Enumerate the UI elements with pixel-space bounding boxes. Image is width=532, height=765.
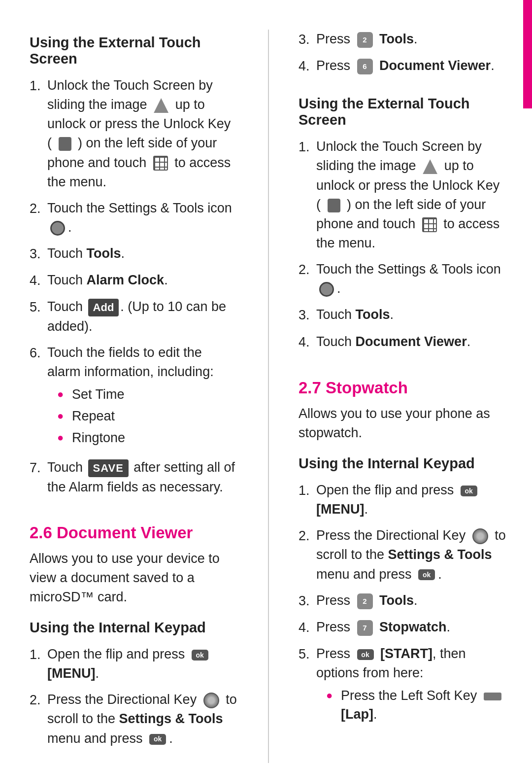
- doc-viewer-label: Document Viewer: [379, 58, 491, 73]
- tools-label3: Tools: [356, 307, 390, 322]
- doc-viewer-title: 2.6 Document Viewer: [30, 523, 238, 542]
- settings-icon2: [318, 282, 335, 297]
- list-content: Touch Document Viewer.: [316, 332, 507, 351]
- list-item: Repeat: [57, 407, 238, 426]
- list-item: 4. Touch Alarm Clock.: [30, 271, 238, 290]
- list-item: 4. Press 6 Document Viewer.: [299, 56, 507, 76]
- list-item: Ringtone: [57, 429, 238, 448]
- list-content: Touch the Settings & Tools icon .: [47, 199, 238, 237]
- left-internal-keypad-list: 1. Open the flip and press ok [MENU]. 2.…: [30, 645, 238, 755]
- list-item: 3. Touch Tools.: [30, 244, 238, 264]
- list-num: 3.: [299, 305, 316, 325]
- right-internal-keypad-heading: Using the Internal Keypad: [299, 455, 507, 472]
- settings-tools-label2: Settings & Tools: [388, 547, 492, 562]
- menu-grid-icon2: [421, 217, 438, 232]
- list-item: 1. Open the flip and press ok [MENU].: [299, 481, 507, 519]
- menu-grid-icon: [152, 156, 169, 171]
- stopwatch-title: 2.7 Stopwatch: [299, 379, 507, 397]
- tools-label2: Tools: [379, 32, 414, 46]
- list-num: 2.: [30, 690, 47, 710]
- list-item: 3. Press 2 Tools.: [299, 30, 507, 49]
- list-content: Touch Alarm Clock.: [47, 271, 238, 290]
- accent-bar: [523, 0, 532, 108]
- list-content: Touch the fields to edit the alarm infor…: [47, 343, 238, 452]
- ok-icon5: ok: [356, 649, 375, 660]
- start-label: [START]: [380, 646, 432, 661]
- list-item: 4. Touch Document Viewer.: [299, 332, 507, 352]
- list-num: 2.: [299, 260, 316, 279]
- right-internal-keypad-list: 1. Open the flip and press ok [MENU]. 2.…: [299, 481, 507, 735]
- list-item: 3. Press 2 Tools.: [299, 591, 507, 611]
- list-num: 4.: [30, 271, 47, 290]
- list-content: Press the Directional Key to scroll to t…: [316, 526, 507, 584]
- list-item: 2. Touch the Settings & Tools icon .: [299, 260, 507, 298]
- list-item: 4. Press 7 Stopwatch.: [299, 618, 507, 637]
- list-content: Touch Tools.: [47, 244, 238, 263]
- list-item: Set Time: [57, 385, 238, 404]
- lap-label: [Lap]: [341, 707, 373, 722]
- tools-label: Tools: [87, 246, 121, 261]
- content-area: Using the External Touch Screen 1. Unloc…: [0, 0, 532, 765]
- list-item: 6. Touch the fields to edit the alarm in…: [30, 343, 238, 452]
- right-ext-touch-list: 1. Unlock the Touch Screen by sliding th…: [299, 137, 507, 358]
- menu-label2: [MENU]: [316, 502, 364, 517]
- page-container: Using the External Touch Screen 1. Unloc…: [0, 0, 532, 765]
- ok-icon2: ok: [148, 734, 167, 745]
- list-content: Press 6 Document Viewer.: [316, 56, 507, 75]
- list-num: 5.: [299, 644, 316, 664]
- left-section1-heading: Using the External Touch Screen: [30, 35, 238, 67]
- list-item: 5. Touch Add. (Up to 10 can be added).: [30, 297, 238, 336]
- ok-icon3: ok: [459, 486, 479, 496]
- stopwatch-label: Stopwatch: [379, 620, 447, 634]
- right-top-list: 3. Press 2 Tools. 4. Press 6 Document Vi…: [299, 30, 507, 83]
- list-item: Press the Left Soft Key [Lap].: [326, 687, 507, 724]
- ok-icon: ok: [190, 650, 210, 661]
- list-content: Unlock the Touch Screen by sliding the i…: [47, 76, 238, 192]
- list-num: 3.: [30, 244, 47, 264]
- arrow-up-icon: [152, 98, 170, 113]
- num2-icon: 2: [356, 32, 374, 48]
- nav-icon: [202, 693, 221, 708]
- list-num: 5.: [30, 297, 47, 317]
- alarm-clock-label: Alarm Clock: [87, 273, 165, 287]
- list-num: 2.: [299, 526, 316, 546]
- list-content: Touch Add. (Up to 10 can be added).: [47, 297, 238, 336]
- stopwatch-description: Allows you to use your phone as stopwatc…: [299, 404, 507, 443]
- repeat-label: Repeat: [72, 407, 115, 426]
- unlock-key-icon2: [326, 199, 342, 212]
- list-item: 1. Open the flip and press ok [MENU].: [30, 645, 238, 683]
- list-num: 4.: [299, 618, 316, 637]
- list-content: Touch Tools.: [316, 305, 507, 324]
- list-item: 2. Touch the Settings & Tools icon .: [30, 199, 238, 237]
- nav-icon2: [471, 528, 490, 544]
- set-time-label: Set Time: [72, 385, 125, 404]
- right-ext-touch-heading: Using the External Touch Screen: [299, 96, 507, 128]
- add-button-label: Add: [88, 299, 119, 316]
- settings-tools-label: Settings & Tools: [119, 711, 223, 726]
- tools-label4: Tools: [379, 593, 414, 608]
- list-num: 1.: [30, 645, 47, 664]
- list-content: Touch the Settings & Tools icon .: [316, 260, 507, 298]
- list-content: Press 2 Tools.: [316, 591, 507, 610]
- list-content: Unlock the Touch Screen by sliding the i…: [316, 137, 507, 253]
- ringtone-label: Ringtone: [72, 429, 125, 448]
- column-divider: [268, 30, 269, 763]
- alarm-fields-list: Set Time Repeat Ringtone: [47, 385, 238, 447]
- list-num: 2.: [30, 199, 47, 218]
- list-num: 4.: [299, 56, 316, 76]
- doc-viewer-label2: Document Viewer: [356, 334, 467, 349]
- list-content: Press the Directional Key to scroll to t…: [47, 690, 238, 748]
- list-item: 7. Touch SAVE after setting all of the A…: [30, 458, 238, 496]
- save-button-label: SAVE: [88, 459, 129, 477]
- doc-viewer-description: Allows you to use your device to view a …: [30, 549, 238, 607]
- num7-icon: 7: [356, 620, 374, 636]
- ok-icon4: ok: [417, 569, 436, 580]
- unlock-key-icon: [57, 137, 73, 151]
- left-internal-keypad-heading: Using the Internal Keypad: [30, 620, 238, 636]
- list-content: Touch SAVE after setting all of the Alar…: [47, 458, 238, 496]
- list-num: 1.: [299, 481, 316, 500]
- list-num: 3.: [299, 591, 316, 611]
- list-item: 1. Unlock the Touch Screen by sliding th…: [30, 76, 238, 192]
- num2-icon2: 2: [356, 593, 374, 609]
- left-section1-list: 1. Unlock the Touch Screen by sliding th…: [30, 76, 238, 504]
